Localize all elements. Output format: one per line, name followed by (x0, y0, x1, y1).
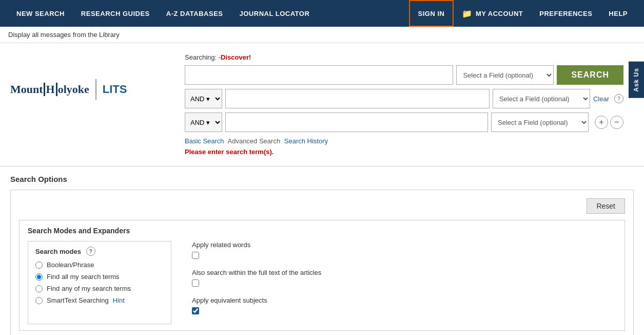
field-select-1[interactable]: Select a Field (optional) (456, 65, 554, 85)
search-row-1: Select a Field (optional) SEARCH (185, 65, 623, 85)
nav-research-guides[interactable]: RESEARCH GUIDES (73, 0, 158, 27)
field-select-3[interactable]: Select a Field (optional) (491, 113, 589, 132)
basic-search-link[interactable]: Basic Search (185, 137, 224, 145)
search-button[interactable]: SEARCH (557, 65, 623, 85)
search-row-3: AND ▾ OR NOT Select a Field (optional) +… (185, 113, 623, 132)
radio-bool-phrase[interactable] (35, 262, 43, 269)
search-modes-title: Search modes ? (35, 247, 164, 256)
search-row-2: AND ▾ OR NOT Select a Field (optional) C… (185, 89, 623, 108)
my-account-link[interactable]: 📁 MY ACCOUNT (454, 0, 531, 27)
radio-find-all: Find all my search terms (35, 273, 164, 281)
logo-divider (95, 79, 96, 100)
discover-link[interactable]: Discover! (221, 53, 251, 61)
options-box: Reset Search Modes and Expanders Search … (10, 190, 634, 335)
modes-expanders-title: Search Modes and Expanders (28, 227, 616, 235)
library-message: Display all messages from the Library (0, 27, 644, 43)
search-input-2[interactable] (225, 89, 490, 108)
radio-boolean-phrase: Boolean/Phrase (35, 261, 164, 269)
top-nav: NEW SEARCH RESEARCH GUIDES A-Z DATABASES… (0, 0, 644, 27)
expander-equiv-subjects: Apply equivalent subjects (192, 296, 616, 316)
search-modes-box: Search modes ? Boolean/Phrase Find all m… (28, 241, 171, 324)
remove-row-button[interactable]: − (610, 116, 623, 129)
radio-find-any: Find any of my search terms (35, 285, 164, 292)
modes-expanders: Search Modes and Expanders Search modes … (19, 220, 625, 331)
smart-text-hint[interactable]: Hint (113, 296, 125, 304)
expander-full-text: Also search within the full text of the … (192, 269, 616, 288)
search-input-1[interactable] (185, 65, 453, 85)
search-area: Searching: -Discover! Select a Field (op… (174, 53, 634, 156)
bool-select-2[interactable]: AND ▾ OR NOT (185, 89, 222, 108)
nav-journal-locator[interactable]: JOURNAL LOCATOR (231, 0, 318, 27)
expander-related-words-label: Apply related words (192, 241, 616, 249)
radio-find-any-label: Find any of my search terms (47, 285, 131, 292)
radio-bool-phrase-label: Boolean/Phrase (47, 261, 94, 269)
nav-az-databases[interactable]: A-Z DATABASES (158, 0, 231, 27)
clear-link[interactable]: Clear (593, 95, 609, 103)
folder-icon: 📁 (462, 9, 473, 18)
radio-find-all[interactable] (35, 273, 43, 281)
modes-right-split: Search modes ? Boolean/Phrase Find all m… (28, 241, 616, 324)
main-content: MountHolyoke LITS Searching: -Discover! … (0, 43, 644, 335)
nav-new-search[interactable]: NEW SEARCH (8, 0, 73, 27)
options-box-header: Reset (19, 198, 625, 214)
logo-mount: MountHolyoke (10, 83, 89, 96)
search-error: Please enter search term(s). (185, 148, 623, 156)
logo-lits: LITS (103, 83, 127, 96)
search-options-title: Search Options (10, 175, 634, 183)
expanders-right: Apply related words Also search within t… (192, 241, 616, 324)
expander-related-words: Apply related words (192, 241, 616, 260)
logo-area: MountHolyoke LITS (10, 53, 174, 100)
checkbox-equiv-subjects[interactable] (192, 307, 199, 314)
search-input-3[interactable] (225, 113, 488, 132)
bool-select-3[interactable]: AND ▾ OR NOT (185, 113, 222, 132)
checkbox-related-words[interactable] (192, 252, 199, 259)
radio-smart-text: SmartText Searching Hint (35, 296, 164, 304)
expander-full-text-label: Also search within the full text of the … (192, 269, 616, 276)
expander-equiv-subjects-label: Apply equivalent subjects (192, 296, 616, 304)
add-row-button[interactable]: + (595, 116, 608, 129)
reset-button[interactable]: Reset (587, 198, 625, 214)
modes-help-icon[interactable]: ? (86, 247, 95, 256)
searching-label: Searching: -Discover! (185, 53, 623, 61)
preferences-link[interactable]: PREFERENCES (531, 0, 600, 27)
search-options-section: Search Options Reset Search Modes and Ex… (0, 166, 644, 335)
advanced-search-label: Advanced Search (228, 137, 281, 145)
radio-find-any[interactable] (35, 285, 43, 292)
sign-in-button[interactable]: SIGN IN (409, 0, 454, 27)
field-select-2[interactable]: Select a Field (optional) (493, 89, 590, 108)
logo-search-wrapper: MountHolyoke LITS Searching: -Discover! … (0, 53, 644, 156)
search-type-links: Basic Search Advanced Search Search Hist… (185, 137, 623, 145)
radio-smart-text-label: SmartText Searching (47, 296, 109, 304)
radio-smart-text[interactable] (35, 297, 43, 304)
radio-find-all-label: Find all my search terms (47, 273, 120, 281)
help-link[interactable]: HELP (600, 0, 636, 27)
ask-us-tab[interactable]: Ask Us (629, 62, 644, 98)
checkbox-full-text[interactable] (192, 280, 199, 287)
clear-help-icon: ? (614, 94, 623, 103)
add-remove-row: + − (595, 116, 623, 129)
search-history-link[interactable]: Search History (284, 137, 328, 145)
